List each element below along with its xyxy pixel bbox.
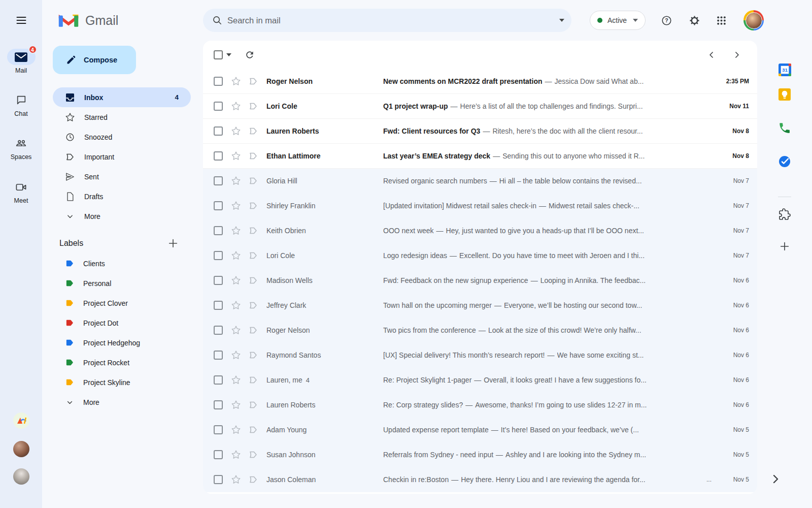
- search-options-icon[interactable]: [559, 19, 564, 22]
- importance-marker-icon[interactable]: [248, 350, 258, 360]
- star-icon[interactable]: [231, 400, 241, 410]
- mail-row[interactable]: Susan Johnson Referrals from Sydney - ne…: [203, 442, 757, 467]
- row-checkbox[interactable]: [214, 326, 223, 335]
- star-icon[interactable]: [231, 474, 241, 485]
- mail-row[interactable]: Lauren Roberts Re: Corp strategy slides?…: [203, 393, 757, 418]
- workspace-addon-logo[interactable]: [13, 412, 29, 429]
- mail-row[interactable]: Shirley Franklin [Updated invitation] Mi…: [203, 194, 757, 218]
- row-checkbox[interactable]: [214, 425, 223, 434]
- gmail-logo[interactable]: Gmail: [42, 0, 203, 41]
- compose-button[interactable]: Compose: [53, 46, 136, 74]
- select-options-icon[interactable]: [226, 53, 231, 56]
- mail-row[interactable]: Roger Nelson Two pics from the conferenc…: [203, 318, 757, 343]
- label-item-personal[interactable]: Personal: [42, 273, 203, 293]
- older-page-icon[interactable]: [732, 50, 742, 60]
- refresh-icon[interactable]: [245, 50, 255, 60]
- star-icon[interactable]: [231, 300, 241, 310]
- calendar-icon[interactable]: 31: [778, 63, 792, 77]
- row-checkbox[interactable]: [214, 201, 223, 210]
- row-checkbox[interactable]: [214, 102, 223, 111]
- keep-icon[interactable]: [778, 88, 791, 101]
- star-icon[interactable]: [231, 425, 241, 435]
- importance-marker-icon[interactable]: [248, 400, 258, 410]
- importance-marker-icon[interactable]: [248, 275, 258, 285]
- search-icon[interactable]: [207, 15, 227, 26]
- importance-marker-icon[interactable]: [248, 325, 258, 335]
- select-all-checkbox[interactable]: [214, 50, 223, 59]
- row-checkbox[interactable]: [214, 351, 223, 360]
- importance-marker-icon[interactable]: [248, 425, 258, 435]
- mail-row[interactable]: Roger Nelson New comments on MCR2022 dra…: [203, 69, 757, 94]
- rail-item-mail[interactable]: 4 Mail: [7, 49, 36, 74]
- importance-marker-icon[interactable]: [248, 300, 258, 310]
- sidebar-item-important[interactable]: Important: [53, 147, 191, 167]
- show-side-panel-icon[interactable]: [769, 473, 782, 485]
- mail-row[interactable]: Lori Cole Logo redesign ideas — Excellen…: [203, 243, 757, 268]
- sidebar-item-snoozed[interactable]: Snoozed: [53, 127, 191, 147]
- star-icon[interactable]: [231, 226, 241, 236]
- contact-avatar[interactable]: [13, 468, 29, 485]
- star-icon[interactable]: [231, 76, 241, 86]
- star-icon[interactable]: [231, 375, 241, 385]
- label-item-project-hedgehog[interactable]: Project Hedgehog: [42, 333, 203, 353]
- apps-grid-icon[interactable]: [717, 16, 726, 25]
- voice-icon[interactable]: [778, 121, 791, 135]
- star-icon[interactable]: [231, 325, 241, 335]
- mail-row[interactable]: Jeffrey Clark Town hall on the upcoming …: [203, 293, 757, 318]
- row-checkbox[interactable]: [214, 77, 223, 86]
- gear-icon[interactable]: [689, 15, 700, 26]
- sidebar-item-more[interactable]: More: [53, 206, 191, 226]
- importance-marker-icon[interactable]: [248, 101, 258, 111]
- star-icon[interactable]: [231, 201, 241, 211]
- mail-row[interactable]: Ethan Lattimore Last year’s EMEA strateg…: [203, 144, 757, 169]
- add-ons-icon[interactable]: [779, 208, 791, 220]
- account-avatar[interactable]: [743, 10, 764, 30]
- importance-marker-icon[interactable]: [248, 450, 258, 460]
- star-icon[interactable]: [231, 275, 241, 285]
- mail-row[interactable]: Adam Young Updated expense report templa…: [203, 418, 757, 442]
- rail-item-meet[interactable]: Meet: [7, 179, 36, 204]
- star-icon[interactable]: [231, 350, 241, 360]
- sidebar-item-drafts[interactable]: Drafts: [53, 186, 191, 206]
- sidebar-item-inbox[interactable]: Inbox4: [53, 87, 191, 107]
- label-item-project-skyline[interactable]: Project Skyline: [42, 372, 203, 392]
- row-checkbox[interactable]: [214, 400, 223, 409]
- row-checkbox[interactable]: [214, 251, 223, 260]
- importance-marker-icon[interactable]: [248, 151, 258, 161]
- status-chip[interactable]: Active: [590, 11, 646, 30]
- labels-more[interactable]: More: [42, 392, 203, 412]
- importance-marker-icon[interactable]: [248, 250, 258, 261]
- star-icon[interactable]: [231, 101, 241, 111]
- mail-row[interactable]: Lauren, me4 Re: Project Skylight 1-pager…: [203, 368, 757, 393]
- rail-item-chat[interactable]: Chat: [7, 92, 36, 117]
- row-checkbox[interactable]: [214, 450, 223, 459]
- importance-marker-icon[interactable]: [248, 375, 258, 385]
- importance-marker-icon[interactable]: [248, 76, 258, 86]
- sidebar-item-starred[interactable]: Starred: [53, 107, 191, 127]
- mail-row[interactable]: Keith Obrien OOO next week — Hey, just w…: [203, 218, 757, 243]
- mail-row[interactable]: Lori Cole Q1 project wrap-up — Here’s a …: [203, 94, 757, 119]
- plus-icon[interactable]: [779, 241, 790, 252]
- star-icon[interactable]: [231, 250, 241, 261]
- importance-marker-icon[interactable]: [248, 226, 258, 236]
- search-bar[interactable]: [203, 9, 571, 32]
- row-checkbox[interactable]: [214, 151, 223, 161]
- row-checkbox[interactable]: [214, 176, 223, 185]
- mail-row[interactable]: Raymond Santos [UX] Special delivery! Th…: [203, 343, 757, 368]
- label-item-project-rocket[interactable]: Project Rocket: [42, 353, 203, 372]
- contact-avatar[interactable]: [13, 441, 29, 457]
- label-item-clients[interactable]: Clients: [42, 253, 203, 273]
- mail-row[interactable]: Jason Coleman Checkin in re:Boston — Hey…: [203, 467, 757, 492]
- row-checkbox[interactable]: [214, 301, 223, 310]
- importance-marker-icon[interactable]: [248, 126, 258, 136]
- importance-marker-icon[interactable]: [248, 474, 258, 485]
- star-icon[interactable]: [231, 450, 241, 460]
- row-checkbox[interactable]: [214, 475, 223, 484]
- help-icon[interactable]: ?: [661, 15, 672, 26]
- label-item-project-clover[interactable]: Project Clover: [42, 293, 203, 313]
- star-icon[interactable]: [231, 126, 241, 136]
- importance-marker-icon[interactable]: [248, 176, 258, 186]
- row-checkbox[interactable]: [214, 126, 223, 136]
- rail-item-spaces[interactable]: Spaces: [7, 135, 36, 161]
- row-checkbox[interactable]: [214, 375, 223, 385]
